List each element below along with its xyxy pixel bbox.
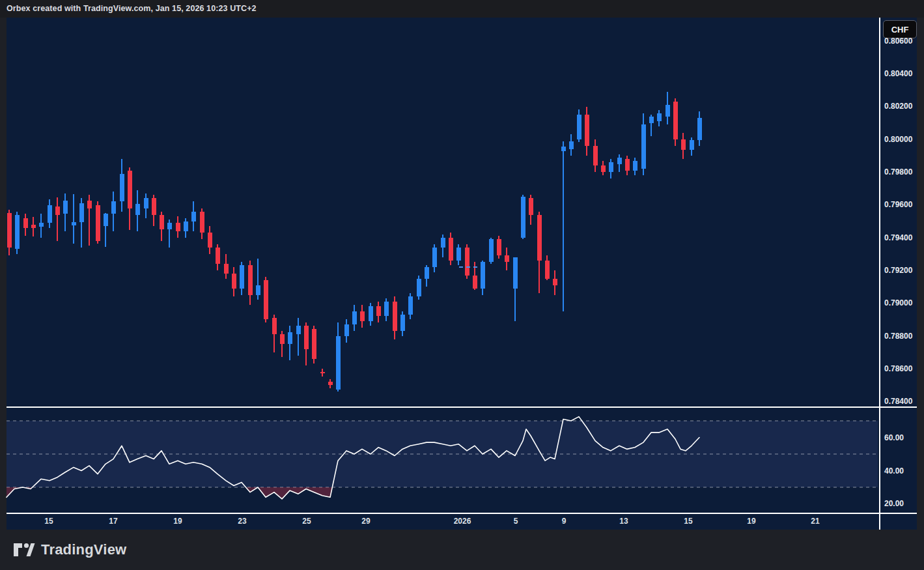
candle-body — [31, 225, 36, 228]
time-label: 5 — [514, 517, 518, 526]
candle-body — [15, 215, 20, 249]
candle-body — [184, 221, 188, 231]
price-label: 0.78600 — [884, 364, 923, 373]
candle-body — [23, 218, 28, 228]
candle-body — [344, 324, 349, 336]
candle-body — [191, 212, 196, 221]
candle-body — [336, 336, 341, 390]
candle-body — [167, 223, 172, 229]
candle-body — [128, 171, 132, 208]
candle-body — [96, 205, 100, 241]
candle-body — [489, 239, 494, 262]
candle-body — [481, 262, 485, 288]
price-label: 0.80600 — [884, 36, 923, 46]
candle-body — [449, 238, 453, 261]
candle-body — [553, 279, 557, 285]
candle-body — [272, 318, 277, 334]
candle-body — [288, 332, 292, 344]
candle-body — [505, 255, 509, 262]
candle-body — [521, 197, 525, 238]
tradingview-chart-page: Orbex created with TradingView.com, Jan … — [0, 0, 924, 570]
candle-body — [673, 102, 678, 139]
price-axis-separator — [879, 18, 880, 530]
candle-body — [135, 204, 140, 214]
time-label: 15 — [684, 517, 692, 526]
time-label: 19 — [747, 517, 755, 526]
candle-body — [63, 201, 68, 214]
candle-body — [264, 280, 268, 319]
time-label: 9 — [562, 517, 567, 526]
candle-body — [256, 285, 260, 295]
candle-body — [48, 205, 52, 223]
candle-body — [79, 203, 84, 222]
candle-body — [224, 264, 229, 274]
time-label: 21 — [811, 517, 819, 526]
candle-body — [513, 257, 518, 289]
candle-body — [456, 248, 461, 261]
candle-body — [39, 223, 44, 227]
candle-body — [625, 159, 630, 171]
price-label: 0.80400 — [884, 69, 923, 78]
candle-body — [577, 115, 581, 139]
time-label: 19 — [173, 517, 182, 526]
time-label: 23 — [238, 517, 246, 526]
candle-body — [408, 296, 413, 315]
price-label: 0.79600 — [884, 200, 923, 209]
candle-body — [561, 147, 566, 150]
candle-body — [72, 222, 76, 225]
candle-body — [304, 326, 309, 349]
time-label: 13 — [619, 517, 628, 526]
candle-body — [529, 198, 533, 214]
candle-body — [585, 115, 589, 146]
price-label: 0.80200 — [884, 102, 923, 111]
candle-body — [641, 124, 646, 169]
price-label: 0.78400 — [884, 397, 923, 406]
candle-body — [497, 239, 501, 255]
time-label: 25 — [302, 517, 311, 526]
time-label: 2026 — [454, 517, 471, 526]
candle-body — [393, 302, 397, 331]
chart-canvas[interactable] — [0, 0, 924, 570]
candle-body — [87, 201, 92, 208]
candle-body — [208, 233, 212, 248]
time-axis-separator — [7, 513, 917, 514]
candle-body — [569, 141, 574, 150]
tradingview-logo-icon — [13, 542, 35, 558]
price-label: 0.79200 — [884, 266, 923, 275]
candle-body — [432, 248, 437, 267]
price-label: 0.79000 — [884, 298, 923, 307]
candle-body — [473, 276, 477, 289]
candle-body — [649, 117, 654, 123]
indicator-value-label: 40.00 — [884, 466, 923, 476]
candle-body — [593, 146, 598, 165]
candle-body — [312, 329, 316, 358]
currency-badge[interactable]: CHF — [883, 20, 917, 38]
candle-body — [104, 214, 108, 226]
candle-body — [376, 306, 381, 316]
candle-body — [681, 139, 686, 150]
candle-body — [352, 311, 357, 324]
indicator-value-label: 20.00 — [884, 499, 923, 508]
candle-body — [216, 248, 220, 264]
price-label: 0.79800 — [884, 167, 923, 177]
candle-body — [665, 105, 670, 117]
candle-body — [144, 198, 148, 208]
candle-body — [545, 261, 550, 279]
price-label: 0.80000 — [884, 135, 923, 144]
candle-body — [7, 213, 12, 248]
candle-body — [425, 267, 429, 279]
candle-body — [55, 207, 60, 215]
candle-body — [111, 201, 116, 214]
indicator-value-label: 60.00 — [884, 433, 923, 442]
candle-body — [248, 265, 253, 294]
candle-body — [360, 311, 365, 321]
price-label: 0.79400 — [884, 233, 923, 242]
tradingview-logo[interactable]: TradingView — [13, 541, 126, 558]
time-label: 15 — [44, 517, 53, 526]
pane-separator[interactable] — [7, 406, 917, 408]
candle-body — [690, 140, 694, 150]
candle-body — [120, 174, 124, 202]
time-label: 17 — [109, 517, 117, 526]
candle-body — [296, 326, 301, 334]
candle-body — [617, 158, 622, 164]
